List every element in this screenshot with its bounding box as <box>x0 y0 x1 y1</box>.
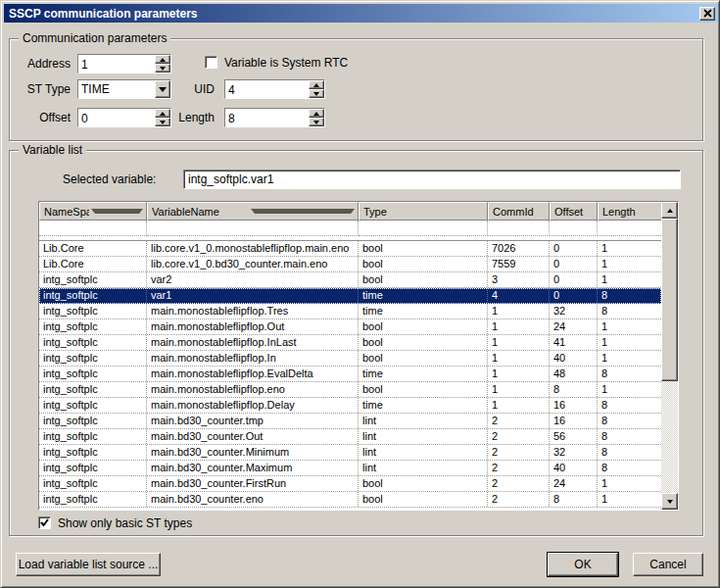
table-cell: intg_softplc <box>39 492 147 507</box>
table-row[interactable]: intg_softplcmain.bd30_counter.tmplint216… <box>39 414 661 429</box>
scroll-up-button[interactable] <box>661 202 678 219</box>
filter-cell[interactable] <box>39 220 147 236</box>
table-row[interactable]: intg_softplcmain.monostableflipflop.InLa… <box>39 335 661 351</box>
table-row[interactable]: intg_softplcmain.bd30_counter.Outlint256… <box>39 429 661 445</box>
table-row[interactable]: intg_softplcmain.monostableflipflop.enob… <box>39 382 661 398</box>
table-row[interactable]: Lib.Corelib.core.v1_0.bd30_counter.main.… <box>39 257 661 272</box>
uid-spinner <box>309 80 324 98</box>
st-type-combobox[interactable]: TIME <box>77 79 171 99</box>
cancel-button[interactable]: Cancel <box>633 553 703 576</box>
table-cell: 7559 <box>488 257 550 271</box>
offset-spin-up-button[interactable] <box>155 109 170 118</box>
table-row[interactable]: intg_softplcmain.monostableflipflop.Dela… <box>39 398 661 414</box>
st-type-dropdown-button[interactable] <box>155 80 170 98</box>
filter-cell[interactable] <box>488 220 550 236</box>
table-cell: 0 <box>550 257 598 271</box>
scrollbar-track[interactable] <box>661 381 678 493</box>
column-header-label: Offset <box>554 206 594 218</box>
sscp-dialog: SSCP communication parameters Communicat… <box>0 0 720 588</box>
table-cell: 1 <box>598 351 661 366</box>
table-cell: 8 <box>598 429 661 444</box>
address-spinner <box>155 55 170 73</box>
show-only-basic-checkbox[interactable] <box>38 516 51 529</box>
table-cell: lib.core.v1_0.monostableflipflop.main.en… <box>147 241 359 256</box>
table-cell: 8 <box>598 398 661 413</box>
rtc-checkbox[interactable] <box>205 56 217 69</box>
table-row[interactable]: Lib.Corelib.core.v1_0.monostableflipflop… <box>39 241 661 257</box>
titlebar[interactable]: SSCP communication parameters <box>4 4 718 23</box>
table-row[interactable]: intg_softplcmain.bd30_counter.Minimumlin… <box>39 445 661 461</box>
column-header-type[interactable]: Type <box>359 202 488 220</box>
table-cell: 1 <box>598 319 661 334</box>
table-row[interactable]: intg_softplcvar1time408 <box>39 288 661 304</box>
filter-cell[interactable] <box>359 220 488 236</box>
address-spin-down-button[interactable] <box>155 64 170 73</box>
table-cell: main.monostableflipflop.InLast <box>147 335 359 350</box>
offset-spin-down-button[interactable] <box>155 118 170 126</box>
column-filter-dropdown-icon[interactable] <box>91 209 144 214</box>
scroll-down-button[interactable] <box>661 493 678 510</box>
filter-cell[interactable] <box>147 220 359 236</box>
column-header-label: Type <box>363 206 484 218</box>
table-cell: main.monostableflipflop.Tres <box>147 304 359 318</box>
table-cell: 1 <box>488 367 550 381</box>
table-cell: 8 <box>598 445 661 460</box>
table-row[interactable]: intg_softplcmain.monostableflipflop.Tres… <box>39 304 661 319</box>
variable-grid: NameSpaceVariableNameTypeCommIdOffsetLen… <box>39 202 661 510</box>
table-cell: Lib.Core <box>39 241 147 256</box>
table-cell: 0 <box>550 288 598 303</box>
table-cell: 2 <box>488 429 550 444</box>
table-cell: 8 <box>598 288 661 303</box>
table-row[interactable]: intg_softplcmain.bd30_counter.Maximumlin… <box>39 461 661 476</box>
column-header-namespace[interactable]: NameSpace <box>39 202 147 220</box>
table-cell: 0 <box>550 272 598 287</box>
column-header-offset[interactable]: Offset <box>550 202 598 220</box>
table-cell: bool <box>359 257 488 271</box>
table-cell: 2 <box>488 445 550 460</box>
up-arrow-icon <box>160 112 166 116</box>
filter-cell[interactable] <box>598 220 661 236</box>
table-row[interactable]: intg_softplcmain.bd30_counter.enobool281 <box>39 492 661 508</box>
uid-input[interactable] <box>225 80 309 98</box>
table-row[interactable]: intg_softplcvar2bool301 <box>39 272 661 288</box>
rtc-checkbox-label[interactable]: Variable is System RTC <box>224 55 348 71</box>
scrollbar-thumb[interactable] <box>661 219 678 381</box>
column-filter-dropdown-icon[interactable] <box>251 209 356 214</box>
length-spinner <box>309 109 324 126</box>
column-header-length[interactable]: Length <box>598 202 661 220</box>
length-field <box>224 108 325 127</box>
table-cell: 2 <box>488 476 550 491</box>
table-row[interactable]: intg_softplcmain.monostableflipflop.Eval… <box>39 367 661 382</box>
table-cell: intg_softplc <box>39 414 147 428</box>
table-row[interactable]: intg_softplcmain.bd30_counter.FirstRunbo… <box>39 476 661 492</box>
table-cell: bool <box>359 492 488 507</box>
close-button[interactable] <box>699 7 715 21</box>
address-input[interactable] <box>78 55 155 73</box>
offset-spinner <box>155 109 170 126</box>
table-cell: bool <box>359 335 488 350</box>
table-cell: 1 <box>598 476 661 491</box>
uid-spin-down-button[interactable] <box>309 89 324 98</box>
vertical-scrollbar[interactable] <box>661 202 678 510</box>
load-variable-list-source-button[interactable]: Load variable list source ... <box>16 553 161 576</box>
table-cell: intg_softplc <box>39 461 147 475</box>
table-row[interactable]: intg_softplcmain.monostableflipflop.Outb… <box>39 319 661 335</box>
selected-variable-label: Selected variable: <box>63 172 156 187</box>
address-spin-up-button[interactable] <box>155 55 170 64</box>
uid-spin-up-button[interactable] <box>309 80 324 89</box>
length-spin-down-button[interactable] <box>309 118 324 126</box>
offset-input[interactable] <box>78 109 155 126</box>
table-cell: 16 <box>550 414 598 428</box>
show-only-basic-label[interactable]: Show only basic ST types <box>58 515 192 531</box>
table-row[interactable]: intg_softplcmain.monostableflipflop.Inbo… <box>39 351 661 367</box>
length-spin-up-button[interactable] <box>309 109 324 118</box>
down-arrow-icon <box>313 121 319 124</box>
uid-field <box>224 79 325 99</box>
table-cell: main.monostableflipflop.eno <box>147 382 359 397</box>
ok-button[interactable]: OK <box>548 553 618 576</box>
selected-variable-field[interactable]: intg_softplc.var1 <box>183 170 681 189</box>
column-header-commid[interactable]: CommId <box>488 202 550 220</box>
length-input[interactable] <box>225 109 309 126</box>
filter-cell[interactable] <box>550 220 598 236</box>
column-header-variablename[interactable]: VariableName <box>147 202 359 220</box>
